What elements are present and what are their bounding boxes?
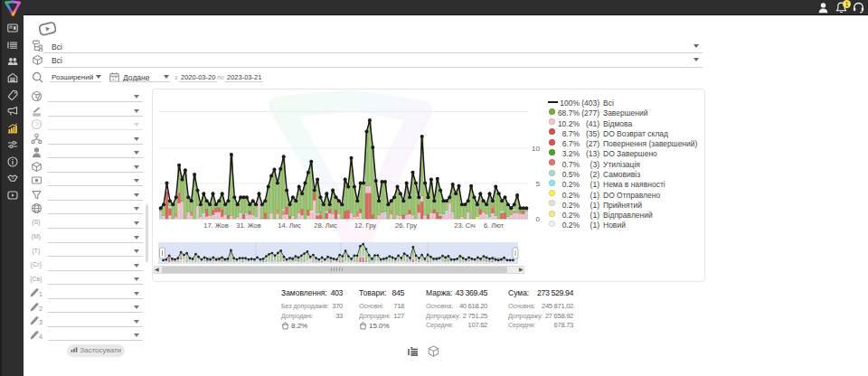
svg-text:31. Жов: 31. Жов [236, 221, 261, 230]
svg-text:17. Жов: 17. Жов [203, 221, 229, 230]
svg-text:?: ? [34, 120, 38, 128]
svg-text:23. Січ: 23. Січ [454, 221, 476, 230]
svg-text:0: 0 [536, 215, 541, 223]
svg-text:5: 5 [536, 180, 541, 188]
svg-text:12. Гру: 12. Гру [354, 221, 376, 230]
svg-text:26. Гру: 26. Гру [395, 221, 417, 230]
svg-text:28. Лис: 28. Лис [314, 221, 337, 230]
svg-text:14. Лис: 14. Лис [278, 221, 301, 230]
svg-text:17: 17 [111, 77, 117, 81]
svg-text:6. Лют: 6. Лют [484, 221, 505, 230]
svg-text:10: 10 [532, 145, 540, 153]
